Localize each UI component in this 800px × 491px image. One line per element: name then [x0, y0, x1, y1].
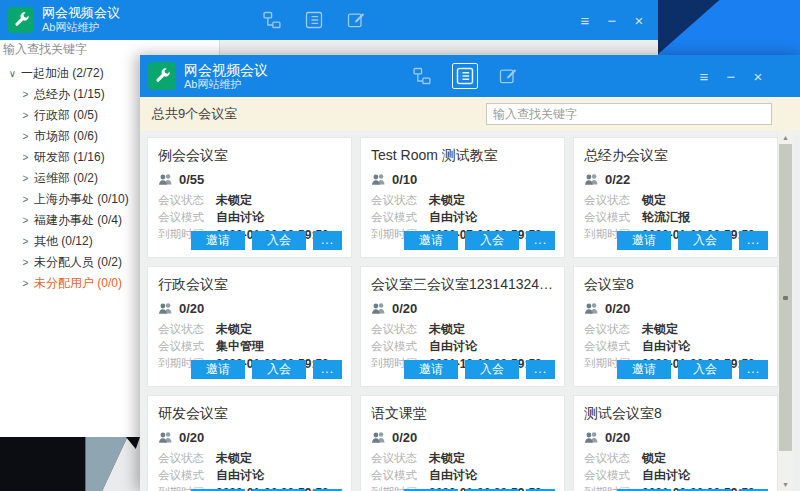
status-label: 会议状态: [158, 322, 216, 337]
room-list-icon-active[interactable]: [452, 63, 478, 89]
room-card: 例会会议室 0/55 会议状态 未锁定 会议模式 自由讨论 到期时间: [147, 137, 352, 258]
tree-item-label: 福建办事处 (0/4): [34, 212, 122, 229]
mode-label: 会议模式: [584, 210, 642, 225]
room-name: 会议室三会议室123141324141三会议室: [371, 276, 554, 294]
status-value: 未锁定: [216, 321, 252, 338]
room-name: 研发会议室: [158, 405, 341, 423]
join-button[interactable]: 入会: [252, 231, 306, 250]
app-subtitle: Ab网站维护: [184, 78, 268, 91]
more-button[interactable]: ...: [526, 231, 555, 250]
status-value: 锁定: [642, 192, 666, 209]
tree-item-label: 总经办 (1/15): [34, 86, 105, 103]
members-icon: [158, 173, 173, 186]
room-card: 测试会议室8 0/20 会议状态 锁定 会议模式 自由讨论 到期时间: [573, 395, 778, 491]
org-chart-icon[interactable]: [412, 66, 432, 86]
status-label: 会议状态: [371, 451, 429, 466]
status-value: 未锁定: [642, 321, 678, 338]
chevron-right-icon[interactable]: >: [20, 236, 31, 247]
member-count: 0/55: [179, 172, 204, 187]
chevron-down-icon[interactable]: ∨: [7, 68, 18, 79]
mode-label: 会议模式: [371, 339, 429, 354]
chevron-right-icon[interactable]: >: [20, 278, 31, 289]
members-icon: [371, 173, 386, 186]
edit-icon[interactable]: [346, 10, 366, 30]
chevron-right-icon[interactable]: >: [20, 110, 31, 121]
room-name: 例会会议室: [158, 147, 341, 165]
wallpaper-top-right: [656, 0, 800, 56]
more-button[interactable]: ...: [526, 360, 555, 379]
room-name: Test Room 测试教室: [371, 147, 554, 165]
close-icon[interactable]: ×: [751, 68, 765, 85]
close-icon[interactable]: ×: [632, 12, 646, 29]
member-count: 0/20: [179, 301, 204, 316]
org-chart-icon[interactable]: [262, 10, 282, 30]
chevron-right-icon[interactable]: >: [20, 89, 31, 100]
mode-value: 自由讨论: [216, 209, 264, 226]
front-window-titlebar[interactable]: 网会视频会议 Ab网站维护: [140, 55, 800, 97]
chevron-right-icon[interactable]: >: [20, 131, 31, 142]
members-icon: [584, 173, 599, 186]
member-count: 0/22: [605, 172, 630, 187]
scroll-up-icon[interactable]: ▲: [778, 131, 793, 144]
status-label: 会议状态: [158, 451, 216, 466]
minimize-icon[interactable]: −: [605, 12, 619, 29]
room-grid: 例会会议室 0/55 会议状态 未锁定 会议模式 自由讨论 到期时间: [140, 131, 800, 491]
minimize-icon[interactable]: −: [724, 68, 738, 85]
chevron-right-icon[interactable]: >: [20, 215, 31, 226]
status-value: 未锁定: [216, 192, 252, 209]
tree-item-label: 研发部 (1/16): [34, 149, 105, 166]
room-count-summary: 总共9个会议室: [152, 105, 237, 123]
member-count: 0/20: [605, 430, 630, 445]
back-window-titlebar[interactable]: 网会视频会议 Ab网站维护: [0, 0, 658, 40]
status-label: 会议状态: [371, 322, 429, 337]
join-button[interactable]: 入会: [678, 231, 732, 250]
more-button[interactable]: ...: [313, 231, 342, 250]
mode-label: 会议模式: [158, 468, 216, 483]
room-list-icon[interactable]: [304, 10, 324, 30]
chevron-right-icon[interactable]: >: [20, 257, 31, 268]
app-brand: 网会视频会议 Ab网站维护: [0, 6, 120, 34]
room-card: 会议室8 0/20 会议状态 未锁定 会议模式 自由讨论 到期时间: [573, 266, 778, 387]
tree-item-label: 行政部 (0/5): [34, 107, 98, 124]
front-window: 网会视频会议 Ab网站维护: [140, 55, 800, 491]
room-search-input[interactable]: [486, 103, 772, 125]
edit-icon[interactable]: [498, 66, 518, 86]
invite-button[interactable]: 邀请: [404, 231, 458, 250]
app-subtitle: Ab网站维护: [42, 21, 120, 34]
menu-icon[interactable]: ≡: [697, 68, 711, 85]
chevron-right-icon[interactable]: >: [20, 152, 31, 163]
menu-icon[interactable]: ≡: [578, 12, 592, 29]
room-card: Test Room 测试教室 0/10 会议状态 未锁定 会议模式 自由讨论: [360, 137, 565, 258]
status-label: 会议状态: [371, 193, 429, 208]
join-button[interactable]: 入会: [678, 360, 732, 379]
invite-button[interactable]: 邀请: [617, 360, 671, 379]
join-button[interactable]: 入会: [252, 360, 306, 379]
join-button[interactable]: 入会: [465, 231, 519, 250]
chevron-right-icon[interactable]: >: [20, 194, 31, 205]
join-button[interactable]: 入会: [465, 360, 519, 379]
mode-label: 会议模式: [371, 210, 429, 225]
room-name: 测试会议室8: [584, 405, 767, 423]
scrollbar-thumb[interactable]: [779, 144, 792, 451]
invite-button[interactable]: 邀请: [617, 231, 671, 250]
more-button[interactable]: ...: [739, 231, 768, 250]
invite-button[interactable]: 邀请: [191, 360, 245, 379]
members-icon: [584, 302, 599, 315]
member-count: 0/20: [392, 430, 417, 445]
mode-value: 自由讨论: [429, 338, 477, 355]
wallpaper-bottom-left: [0, 437, 140, 491]
room-name: 语文课堂: [371, 405, 554, 423]
member-count: 0/10: [392, 172, 417, 187]
member-count: 0/20: [605, 301, 630, 316]
more-button[interactable]: ...: [313, 360, 342, 379]
mode-label: 会议模式: [158, 339, 216, 354]
scroll-down-icon[interactable]: ▼: [778, 478, 793, 491]
invite-button[interactable]: 邀请: [404, 360, 458, 379]
tree-item-label: 上海办事处 (0/10): [34, 191, 129, 208]
vertical-scrollbar[interactable]: ▲ ▼: [778, 131, 793, 491]
tree-item-label: 未分配用户 (0/0): [34, 275, 122, 292]
more-button[interactable]: ...: [739, 360, 768, 379]
mode-label: 会议模式: [584, 468, 642, 483]
chevron-right-icon[interactable]: >: [20, 173, 31, 184]
invite-button[interactable]: 邀请: [191, 231, 245, 250]
